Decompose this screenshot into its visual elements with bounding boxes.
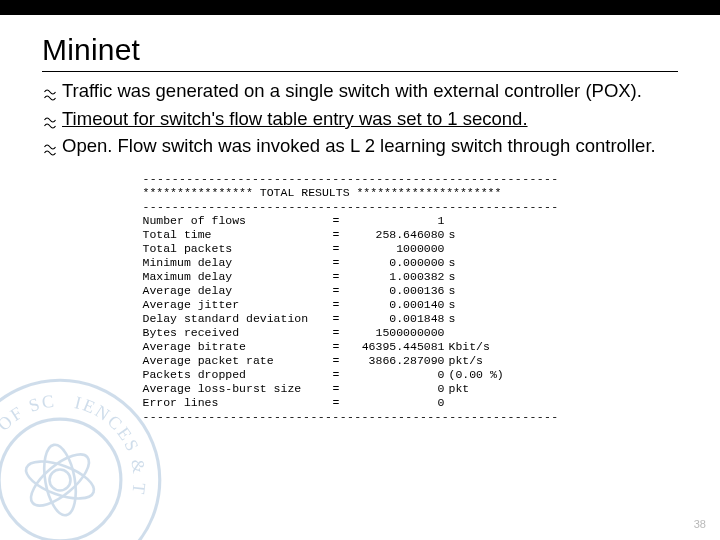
results-header: **************** TOTAL RESULTS *********…	[143, 186, 578, 200]
equals-sign: =	[333, 284, 345, 298]
result-unit	[445, 396, 449, 410]
result-unit: Kbit/s	[445, 340, 490, 354]
equals-sign: =	[333, 368, 345, 382]
link-icon	[42, 84, 62, 107]
result-label: Total packets	[143, 242, 333, 256]
page-number: 38	[694, 518, 706, 530]
bullet-item: Timeout for switch's flow table entry wa…	[42, 108, 678, 135]
results-row: Packets dropped=0(0.00 %)	[143, 368, 578, 382]
svg-point-1	[0, 419, 121, 540]
results-row: Total time=258.646080s	[143, 228, 578, 242]
result-unit: pkt	[445, 382, 470, 396]
results-row: Minimum delay=0.000000s	[143, 256, 578, 270]
svg-point-4	[50, 470, 71, 491]
result-label: Average bitrate	[143, 340, 333, 354]
result-value: 3866.287090	[345, 354, 445, 368]
equals-sign: =	[333, 242, 345, 256]
bullet-text: Open. Flow switch was invoked as L 2 lea…	[62, 135, 678, 158]
result-unit: s	[445, 270, 456, 284]
results-row: Average jitter=0.000140s	[143, 298, 578, 312]
result-value: 0.000136	[345, 284, 445, 298]
university-seal-logo: TY OF SC IENCES & T	[0, 375, 165, 540]
result-label: Delay standard deviation	[143, 312, 333, 326]
equals-sign: =	[333, 382, 345, 396]
result-unit: s	[445, 228, 456, 242]
equals-sign: =	[333, 256, 345, 270]
result-unit	[445, 242, 449, 256]
result-value: 0.000000	[345, 256, 445, 270]
result-unit: (0.00 %)	[445, 368, 504, 382]
results-divider: ----------------------------------------…	[143, 172, 578, 186]
result-unit	[445, 214, 449, 228]
result-value: 1500000000	[345, 326, 445, 340]
result-value: 258.646080	[345, 228, 445, 242]
result-unit: s	[445, 284, 456, 298]
results-divider: ----------------------------------------…	[143, 410, 578, 424]
results-row: Maximum delay=1.000382s	[143, 270, 578, 284]
result-label: Maximum delay	[143, 270, 333, 284]
equals-sign: =	[333, 270, 345, 284]
results-row: Average loss-burst size=0pkt	[143, 382, 578, 396]
results-row: Average packet rate=3866.287090pkt/s	[143, 354, 578, 368]
result-value: 0.000140	[345, 298, 445, 312]
result-value: 0	[345, 382, 445, 396]
svg-point-7	[23, 446, 97, 514]
result-value: 46395.445081	[345, 340, 445, 354]
svg-point-6	[39, 442, 80, 517]
equals-sign: =	[333, 298, 345, 312]
result-value: 1	[345, 214, 445, 228]
equals-sign: =	[333, 354, 345, 368]
result-label: Average jitter	[143, 298, 333, 312]
equals-sign: =	[333, 396, 345, 410]
equals-sign: =	[333, 214, 345, 228]
result-value: 1000000	[345, 242, 445, 256]
result-unit	[445, 326, 449, 340]
result-label: Average loss-burst size	[143, 382, 333, 396]
result-label: Total time	[143, 228, 333, 242]
result-label: Average delay	[143, 284, 333, 298]
bullet-item: Open. Flow switch was invoked as L 2 lea…	[42, 135, 678, 162]
bullet-item: Traffic was generated on a single switch…	[42, 80, 678, 107]
results-row: Delay standard deviation=0.001848s	[143, 312, 578, 326]
link-icon	[42, 139, 62, 162]
result-label: Packets dropped	[143, 368, 333, 382]
result-unit: s	[445, 256, 456, 270]
link-icon	[42, 112, 62, 135]
results-row: Average bitrate=46395.445081Kbit/s	[143, 340, 578, 354]
results-row: Average delay=0.000136s	[143, 284, 578, 298]
result-label: Error lines	[143, 396, 333, 410]
result-unit: pkt/s	[445, 354, 484, 368]
bullet-text: Traffic was generated on a single switch…	[62, 80, 678, 103]
results-block: ----------------------------------------…	[143, 172, 578, 424]
results-row: Number of flows=1	[143, 214, 578, 228]
result-value: 0	[345, 396, 445, 410]
result-value: 0	[345, 368, 445, 382]
result-value: 0.001848	[345, 312, 445, 326]
equals-sign: =	[333, 340, 345, 354]
page-title: Mininet	[0, 15, 720, 71]
result-label: Number of flows	[143, 214, 333, 228]
bullet-text: Timeout for switch's flow table entry wa…	[62, 108, 678, 131]
equals-sign: =	[333, 228, 345, 242]
results-row: Total packets=1000000	[143, 242, 578, 256]
result-value: 1.000382	[345, 270, 445, 284]
results-row: Bytes received=1500000000	[143, 326, 578, 340]
result-label: Bytes received	[143, 326, 333, 340]
result-unit: s	[445, 312, 456, 326]
result-label: Average packet rate	[143, 354, 333, 368]
results-divider: ----------------------------------------…	[143, 200, 578, 214]
result-label: Minimum delay	[143, 256, 333, 270]
slide: Mininet Traffic was generated on a singl…	[0, 15, 720, 540]
equals-sign: =	[333, 312, 345, 326]
result-unit: s	[445, 298, 456, 312]
results-row: Error lines=0	[143, 396, 578, 410]
equals-sign: =	[333, 326, 345, 340]
slide-body: Traffic was generated on a single switch…	[0, 72, 720, 424]
